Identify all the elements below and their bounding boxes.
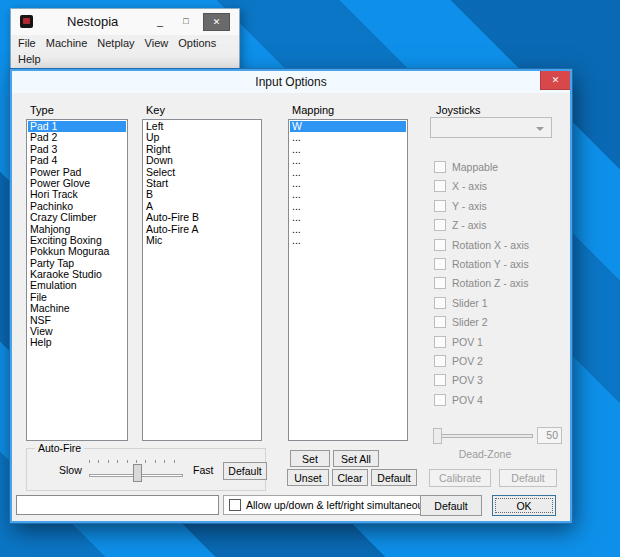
joystick-checkbox[interactable] — [434, 219, 446, 231]
joystick-checkbox-label: Rotation X - axis — [452, 239, 529, 251]
dead-zone-value: 50 — [537, 427, 562, 444]
type-listbox[interactable]: Pad 1Pad 2Pad 3Pad 4Power PadPower Glove… — [26, 119, 128, 441]
set-all-button[interactable]: Set All — [333, 450, 379, 467]
simultaneous-checkbox-label[interactable]: Allow up/down & left/right simultaneousl… — [246, 499, 436, 511]
mapping-list-item[interactable]: ... — [290, 132, 406, 143]
key-list-item[interactable]: B — [144, 189, 260, 200]
mapping-list-item[interactable]: ... — [290, 144, 406, 155]
nestopia-menubar: FileMachineNetplayViewOptionsHelp — [11, 35, 239, 67]
joystick-checkbox[interactable] — [434, 239, 446, 251]
mapping-list-item[interactable]: ... — [290, 201, 406, 212]
set-button[interactable]: Set — [290, 450, 330, 467]
key-list-item[interactable]: Down — [144, 155, 260, 166]
joystick-checkbox[interactable] — [434, 374, 446, 386]
nestopia-titlebar[interactable]: Nestopia – □ ✕ — [11, 9, 239, 35]
desktop-background: Nestopia – □ ✕ FileMachineNetplayViewOpt… — [0, 0, 620, 557]
menu-item[interactable]: File — [13, 35, 41, 51]
nestopia-app-icon — [20, 15, 33, 28]
dead-zone-label: Dead-Zone — [431, 448, 539, 460]
window-close-button[interactable]: ✕ — [203, 13, 230, 31]
menu-item[interactable]: View — [140, 35, 174, 51]
mapping-list-item[interactable]: ... — [290, 178, 406, 189]
mapping-list-item[interactable]: W — [290, 121, 406, 132]
ok-button[interactable]: OK — [492, 495, 556, 516]
auto-fire-slider-thumb[interactable] — [133, 464, 142, 482]
type-list-item[interactable]: Machine — [28, 303, 126, 314]
clear-button[interactable]: Clear — [332, 469, 368, 486]
maximize-button[interactable]: □ — [175, 13, 197, 31]
joystick-checkbox-label: POV 2 — [452, 355, 483, 367]
joysticks-column-label: Joysticks — [436, 104, 481, 116]
joystick-checkbox-row: Mappable — [434, 161, 529, 173]
joystick-device-dropdown[interactable] — [430, 117, 552, 138]
menu-item[interactable]: Machine — [41, 35, 93, 51]
joystick-checkbox-row: Rotation Y - axis — [434, 258, 529, 270]
dialog-titlebar[interactable]: Input Options ✕ — [12, 71, 570, 93]
mapping-list-item[interactable]: ... — [290, 212, 406, 223]
auto-fire-group-label: Auto-Fire — [35, 442, 84, 454]
joystick-checkbox-label: POV 4 — [452, 394, 483, 406]
joystick-checkbox[interactable] — [434, 336, 446, 348]
joysticks-default-button[interactable]: Default — [499, 469, 557, 487]
type-list-item[interactable]: Pad 4 — [28, 155, 126, 166]
joystick-checkbox[interactable] — [434, 277, 446, 289]
auto-fire-default-button[interactable]: Default — [223, 462, 267, 480]
joystick-checkbox[interactable] — [434, 161, 446, 173]
joystick-axis-checkbox-list: Mappable X - axis Y - axis Z - axis Rota… — [434, 161, 529, 406]
chevron-down-icon — [536, 127, 544, 131]
menu-item[interactable]: Help — [13, 51, 46, 67]
joystick-checkbox-label: Rotation Z - axis — [452, 277, 528, 289]
joystick-checkbox-row: POV 2 — [434, 355, 529, 367]
joystick-checkbox-row: Rotation X - axis — [434, 239, 529, 251]
key-list-item[interactable]: Mic — [144, 235, 260, 246]
joystick-checkbox[interactable] — [434, 200, 446, 212]
key-list-item[interactable]: Auto-Fire B — [144, 212, 260, 223]
dialog-title: Input Options — [12, 75, 570, 89]
minimize-button[interactable]: – — [149, 13, 171, 31]
joystick-checkbox-row: Z - axis — [434, 219, 529, 231]
menu-item[interactable]: Netplay — [92, 35, 139, 51]
joystick-checkbox-label: Y - axis — [452, 200, 487, 212]
key-listbox[interactable]: LeftUpRightDownSelectStartBAAuto-Fire BA… — [142, 119, 262, 441]
input-options-dialog: Input Options ✕ Type Key Mapping Joystic… — [10, 69, 572, 523]
joystick-checkbox[interactable] — [434, 394, 446, 406]
joystick-checkbox-label: Slider 2 — [452, 316, 488, 328]
dead-zone-slider-track[interactable] — [433, 434, 533, 438]
mapping-default-button[interactable]: Default — [371, 469, 417, 486]
key-list-item[interactable]: Left — [144, 121, 260, 132]
mapping-list-item[interactable]: ... — [290, 189, 406, 200]
joystick-checkbox[interactable] — [434, 258, 446, 270]
key-column-label: Key — [146, 104, 165, 116]
joystick-checkbox-row: X - axis — [434, 180, 529, 192]
type-column-label: Type — [30, 104, 54, 116]
key-list-item[interactable]: Start — [144, 178, 260, 189]
mapping-column-label: Mapping — [292, 104, 334, 116]
mapping-listbox[interactable]: W.............................. — [288, 119, 408, 441]
mapping-list-item[interactable]: ... — [290, 235, 406, 246]
type-list-item[interactable]: Help — [28, 337, 126, 348]
key-capture-input[interactable] — [16, 495, 219, 515]
joystick-checkbox[interactable] — [434, 316, 446, 328]
dialog-close-button[interactable]: ✕ — [540, 71, 570, 90]
simultaneous-checkbox-panel[interactable]: Allow up/down & left/right simultaneousl… — [223, 495, 442, 515]
unset-button[interactable]: Unset — [287, 469, 329, 486]
simultaneous-checkbox[interactable] — [229, 499, 241, 511]
mapping-list-item[interactable]: ... — [290, 155, 406, 166]
joystick-checkbox-row: POV 1 — [434, 336, 529, 348]
dead-zone-slider-thumb[interactable] — [433, 428, 442, 444]
joystick-checkbox-row: Slider 1 — [434, 297, 529, 309]
joystick-checkbox-label: X - axis — [452, 180, 487, 192]
calibrate-button[interactable]: Calibrate — [429, 469, 491, 487]
mapping-list-item[interactable]: ... — [290, 167, 406, 178]
dialog-default-button[interactable]: Default — [420, 495, 482, 516]
joystick-checkbox[interactable] — [434, 180, 446, 192]
mapping-list-item[interactable]: ... — [290, 224, 406, 235]
joystick-checkbox-row: POV 4 — [434, 394, 529, 406]
auto-fire-slider-ticks — [89, 460, 183, 463]
menu-item[interactable]: Options — [173, 35, 221, 51]
joystick-checkbox-row: Y - axis — [434, 200, 529, 212]
joystick-checkbox[interactable] — [434, 297, 446, 309]
joystick-checkbox[interactable] — [434, 355, 446, 367]
type-list-item[interactable]: Pokkun Moguraa — [28, 246, 126, 257]
type-list-item[interactable]: Crazy Climber — [28, 212, 126, 223]
